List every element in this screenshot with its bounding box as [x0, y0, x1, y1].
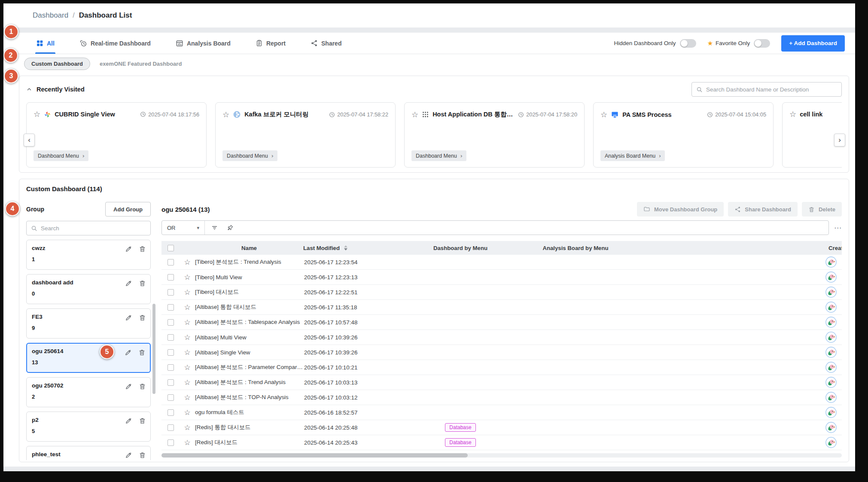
table-row[interactable]: ☆ [Redis] 통합 대시보드 2025-06-14 20:25:48 Da…	[161, 420, 842, 435]
edit-group-icon[interactable]	[125, 280, 132, 287]
table-row[interactable]: ☆ [Altibase] Multi View 2025-06-17 10:39…	[161, 330, 842, 345]
row-checkbox[interactable]	[168, 364, 174, 371]
dashboard-name[interactable]: [Redis] 통합 대시보드	[195, 424, 303, 431]
favorite-star-icon[interactable]: ☆	[600, 111, 607, 119]
row-checkbox[interactable]	[168, 394, 174, 401]
favorite-star-icon[interactable]: ☆	[184, 274, 190, 281]
pin-icon[interactable]	[227, 224, 234, 231]
row-checkbox[interactable]	[168, 289, 174, 296]
cards-scroll-left-button[interactable]: ‹	[24, 134, 35, 146]
dashboard-name[interactable]: [Tibero] 대시보드	[195, 288, 303, 296]
row-checkbox[interactable]	[168, 334, 174, 341]
row-checkbox[interactable]	[168, 409, 174, 416]
dashboard-name[interactable]: [Tibero] Multi View	[195, 274, 303, 281]
table-row[interactable]: ☆ [Altibase] 분석보드 : Tablespace Analysis …	[161, 315, 842, 330]
delete-button[interactable]: Delete	[802, 202, 842, 217]
favorite-star-icon[interactable]: ☆	[184, 439, 190, 446]
row-checkbox[interactable]	[168, 259, 174, 265]
dashboard-menu-button[interactable]: Dashboard Menu›	[411, 150, 466, 161]
group-card[interactable]: cwzz 1	[26, 240, 151, 270]
row-checkbox[interactable]	[168, 424, 174, 431]
group-card[interactable]: phlee_test 6	[26, 446, 151, 460]
add-dashboard-button[interactable]: + Add Dashboard	[781, 35, 845, 52]
column-header-creator[interactable]: Creator	[633, 245, 842, 251]
filter-icon[interactable]	[211, 224, 218, 232]
dashboard-name[interactable]: [Altibase] 분석보드 : Tablespace Analysis	[195, 318, 303, 326]
favorite-star-icon[interactable]: ☆	[34, 110, 40, 118]
edit-group-icon[interactable]	[125, 383, 132, 390]
dashboard-name[interactable]: [Altibase] 통합 대시보드	[195, 303, 303, 311]
dashboard-name[interactable]: [Altibase] Multi View	[195, 334, 303, 341]
favorite-star-icon[interactable]: ☆	[789, 110, 796, 118]
move-dashboard-group-button[interactable]: Move Dashboard Group	[637, 202, 724, 217]
table-row[interactable]: ☆ [Altibase] Single View 2025-06-17 10:3…	[161, 345, 842, 360]
recent-card[interactable]: ☆ CUBRID Single View 2025-07-04 18:17:56…	[26, 102, 207, 168]
favorite-star-icon[interactable]: ☆	[184, 319, 190, 326]
tab-report[interactable]: Report	[256, 33, 286, 54]
favorite-star-icon[interactable]: ☆	[184, 304, 190, 311]
favorite-star-icon[interactable]: ☆	[184, 379, 190, 386]
favorite-star-icon[interactable]: ☆	[184, 394, 190, 401]
recent-card[interactable]: ☆ PA SMS Process 2025-07-04 15:04:05 Ana…	[593, 102, 774, 168]
table-row[interactable]: ☆ [Altibase] 분석보드 : Parameter Compari… 2…	[161, 360, 842, 375]
more-options-icon[interactable]: ⋯	[834, 223, 842, 232]
tab-shared[interactable]: Shared	[311, 33, 341, 54]
favorite-star-icon[interactable]: ☆	[184, 424, 190, 431]
group-card[interactable]: ogu 250702 2	[26, 377, 151, 407]
table-row[interactable]: ☆ [Altibase] 통합 대시보드 2025-06-17 11:35:18	[161, 300, 842, 315]
dashboard-name[interactable]: [Tibero] 분석보드 : Trend Analysis	[195, 258, 303, 266]
row-checkbox[interactable]	[168, 304, 174, 311]
edit-group-icon[interactable]	[125, 451, 132, 459]
delete-group-icon[interactable]	[138, 349, 146, 356]
filter-operator-select[interactable]: OR ▾	[162, 221, 205, 235]
column-header-name[interactable]: Name	[195, 245, 303, 251]
dashboard-menu-button[interactable]: Dashboard Menu›	[222, 150, 277, 161]
delete-group-icon[interactable]	[139, 417, 146, 424]
favorite-star-icon[interactable]: ☆	[184, 334, 190, 341]
column-header-analysis-board-by-menu[interactable]: Analysis Board by Menu	[518, 245, 633, 251]
dashboard-name[interactable]: [Altibase] 분석보드 : TOP-N Analysis	[195, 394, 303, 401]
group-list-scrollbar[interactable]	[152, 304, 155, 394]
tab-realtime-dashboard[interactable]: Real-time Dashboard	[79, 33, 151, 54]
table-row[interactable]: ☆ ogu formula 테스트 2025-06-16 18:52:57	[161, 405, 842, 420]
group-card[interactable]: FE3 9	[26, 308, 151, 339]
row-checkbox[interactable]	[168, 319, 174, 326]
dashboard-name[interactable]: [Redis] 대시보드	[195, 439, 303, 446]
table-row[interactable]: ☆ [Tibero] 대시보드 2025-06-17 12:22:51	[161, 285, 842, 300]
breadcrumb-section[interactable]: Dashboard	[33, 11, 68, 20]
dashboard-name[interactable]: [Altibase] 분석보드 : Trend Analysis	[195, 378, 303, 386]
table-row[interactable]: ☆ [Altibase] 분석보드 : Trend Analysis 2025-…	[161, 375, 842, 390]
delete-group-icon[interactable]	[139, 383, 146, 390]
horizontal-scrollbar-thumb[interactable]	[161, 453, 468, 458]
delete-group-icon[interactable]	[139, 280, 146, 287]
row-checkbox[interactable]	[168, 379, 174, 386]
sort-icon[interactable]	[344, 245, 347, 250]
chip-custom-dashboard[interactable]: Custom Dashboard	[24, 58, 90, 70]
favorite-star-icon[interactable]: ☆	[184, 364, 190, 371]
column-header-last-modified[interactable]: Last Modified	[303, 245, 403, 251]
delete-group-icon[interactable]	[139, 245, 146, 253]
select-all-checkbox[interactable]	[168, 245, 174, 251]
chip-exemone-featured[interactable]: exemONE Featured Dashboard	[100, 61, 182, 67]
group-card[interactable]: dashboard add 0	[26, 274, 151, 304]
favorite-star-icon[interactable]: ☆	[184, 409, 190, 416]
add-group-button[interactable]: Add Group	[105, 202, 151, 217]
dashboard-menu-button[interactable]: Dashboard Menu›	[34, 150, 88, 161]
delete-group-icon[interactable]	[139, 451, 146, 459]
dashboard-name[interactable]: [Altibase] 분석보드 : Parameter Compari…	[195, 363, 303, 371]
edit-group-icon[interactable]	[125, 349, 132, 356]
edit-group-icon[interactable]	[125, 314, 132, 321]
dashboard-name[interactable]: ogu formula 테스트	[195, 409, 303, 416]
row-checkbox[interactable]	[168, 439, 174, 446]
favorite-star-icon[interactable]: ☆	[184, 289, 190, 296]
delete-group-icon[interactable]	[139, 314, 146, 321]
edit-group-icon[interactable]	[125, 245, 132, 253]
dashboard-name[interactable]: [Altibase] Single View	[195, 349, 303, 356]
favorite-only-toggle[interactable]	[754, 39, 770, 48]
edit-group-icon[interactable]	[125, 417, 132, 424]
favorite-star-icon[interactable]: ☆	[184, 259, 190, 266]
share-dashboard-button[interactable]: Share Dashboard	[728, 202, 798, 217]
cards-scroll-right-button[interactable]: ›	[834, 134, 845, 146]
column-header-dashboard-by-menu[interactable]: Dashboard by Menu	[403, 245, 518, 251]
row-checkbox[interactable]	[168, 274, 174, 281]
